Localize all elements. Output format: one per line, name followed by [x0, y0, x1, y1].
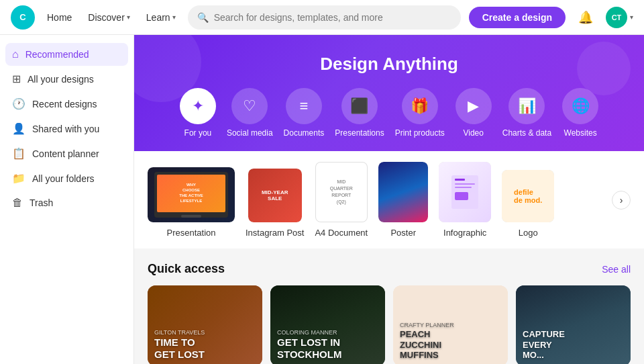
card1-text: GILTON TRAVELS TIME TO GET LOST [148, 324, 262, 364]
quick-card-time-to-get-lost[interactable]: GILTON TRAVELS TIME TO GET LOST [148, 285, 262, 364]
clock-icon: 🕐 [12, 97, 25, 110]
category-row: ✦ For you ♡ Social media ≡ Documents ⬛ P… [134, 88, 644, 138]
avatar[interactable]: CT [606, 7, 627, 28]
home-icon: ⌂ [12, 48, 19, 60]
templates-section: WHYCHOOSETHE ACTIVELIFESTYLE Presentatio… [134, 151, 644, 248]
svg-rect-3 [455, 187, 472, 188]
presentations-icon: ⬛ [341, 88, 378, 124]
video-icon: ▶ [455, 88, 492, 124]
templates-next-button[interactable]: › [612, 191, 631, 210]
laptop-thumbnail: WHYCHOOSETHE ACTIVELIFESTYLE [154, 172, 228, 218]
category-documents[interactable]: ≡ Documents [284, 88, 325, 138]
card4-text: CAPTURE EVERY MO... [516, 324, 631, 364]
quick-card-muffins[interactable]: CRAFTY PLANNER Peach Zucchini Muffins [393, 285, 508, 364]
quick-access-grid: GILTON TRAVELS TIME TO GET LOST COLORING… [148, 285, 631, 364]
template-presentation[interactable]: WHYCHOOSETHE ACTIVELIFESTYLE Presentatio… [148, 167, 235, 238]
chevron-right-icon: › [620, 195, 623, 206]
canva-logo[interactable]: C [11, 5, 35, 30]
svg-rect-1 [455, 179, 465, 181]
learn-nav-link[interactable]: Learn ▾ [142, 9, 180, 26]
sidebar-item-recommended[interactable]: ⌂ Recommended [5, 43, 128, 66]
discover-nav-link[interactable]: Discover ▾ [84, 9, 133, 26]
learn-chevron-icon: ▾ [172, 13, 176, 21]
notifications-button[interactable]: 🔔 [574, 5, 598, 30]
category-for-you[interactable]: ✦ For you [180, 88, 216, 138]
logo-text: C [19, 12, 25, 22]
sidebar-item-all-designs[interactable]: ⊞ All your designs [5, 67, 128, 91]
documents-icon: ≡ [286, 88, 322, 124]
category-print[interactable]: 🎁 Print products [395, 88, 445, 138]
home-nav-link[interactable]: Home [43, 9, 76, 26]
svg-rect-5 [470, 192, 475, 200]
search-bar[interactable]: 🔍 [188, 5, 461, 30]
svg-rect-2 [455, 183, 475, 185]
category-charts[interactable]: 📊 Charts & data [502, 88, 551, 138]
category-social-media[interactable]: ♡ Social media [227, 88, 273, 138]
hero-title: Design Anything [134, 54, 644, 75]
for-you-icon: ✦ [180, 88, 216, 124]
logo-thumbnail-text: defilede mod. [514, 188, 542, 204]
category-websites[interactable]: 🌐 Websites [562, 88, 598, 138]
quick-access-title: Quick access [148, 262, 225, 276]
sidebar-item-recent[interactable]: 🕐 Recent designs [5, 92, 128, 116]
print-icon: 🎁 [402, 88, 438, 124]
template-infographic[interactable]: Infographic [439, 162, 491, 238]
svg-rect-4 [455, 192, 468, 200]
quick-access-header: Quick access See all [148, 262, 631, 276]
websites-icon: 🌐 [562, 88, 598, 124]
category-video[interactable]: ▶ Video [455, 88, 492, 138]
a4-thumbnail-text: MIDQUARTERREPORT(Q2) [326, 175, 357, 209]
card3-text: CRAFTY PLANNER Peach Zucchini Muffins [393, 316, 508, 364]
calendar-icon: 📋 [12, 147, 25, 160]
main-content: Design Anything ✦ For you ♡ Social media… [134, 35, 644, 364]
see-all-link[interactable]: See all [602, 264, 631, 275]
sidebar: ⌂ Recommended ⊞ All your designs 🕐 Recen… [0, 35, 134, 364]
template-poster[interactable]: Poster [378, 162, 428, 238]
sidebar-item-planner[interactable]: 📋 Content planner [5, 142, 128, 165]
profile-area[interactable]: CT ▾ [606, 7, 633, 28]
create-design-button[interactable]: Create a design [469, 7, 566, 28]
quick-card-stockholm[interactable]: COLORING MANNER GET LOST IN STOCKHOLM [270, 285, 385, 364]
discover-chevron-icon: ▾ [127, 13, 130, 21]
trash-icon: 🗑 [12, 197, 23, 209]
bell-icon: 🔔 [578, 10, 593, 25]
top-navigation: C Home Discover ▾ Learn ▾ 🔍 Create a des… [0, 0, 644, 35]
sidebar-item-folders[interactable]: 📁 All your folders [5, 167, 128, 190]
hero-banner: Design Anything ✦ For you ♡ Social media… [134, 35, 644, 151]
template-a4[interactable]: MIDQUARTERREPORT(Q2) A4 Document [315, 162, 368, 238]
search-input[interactable] [214, 12, 451, 23]
template-instagram[interactable]: MID-YEARSALE Instagram Post [246, 169, 304, 238]
folder-icon: 📁 [12, 172, 25, 185]
quick-card-capture[interactable]: CAPTURE EVERY MO... [516, 285, 631, 364]
template-logo[interactable]: defilede mod. Logo [502, 170, 554, 238]
infographic-thumbnail [448, 169, 482, 216]
quick-access-section: Quick access See all GILTON TRAVELS TIME… [134, 248, 644, 364]
sidebar-item-shared[interactable]: 👤 Shared with you [5, 117, 128, 140]
card2-text: COLORING MANNER GET LOST IN STOCKHOLM [270, 324, 385, 364]
person-icon: 👤 [12, 122, 25, 135]
main-layout: ⌂ Recommended ⊞ All your designs 🕐 Recen… [0, 35, 644, 364]
sidebar-item-trash[interactable]: 🗑 Trash [5, 191, 128, 214]
templates-row: WHYCHOOSETHE ACTIVELIFESTYLE Presentatio… [148, 162, 631, 238]
grid-icon: ⊞ [12, 73, 21, 85]
category-presentations[interactable]: ⬛ Presentations [335, 88, 384, 138]
charts-icon: 📊 [508, 88, 545, 124]
profile-chevron-icon: ▾ [630, 13, 633, 21]
search-icon: 🔍 [197, 12, 209, 23]
instagram-thumbnail-text: MID-YEARSALE [262, 189, 288, 201]
social-media-icon: ♡ [231, 88, 268, 124]
